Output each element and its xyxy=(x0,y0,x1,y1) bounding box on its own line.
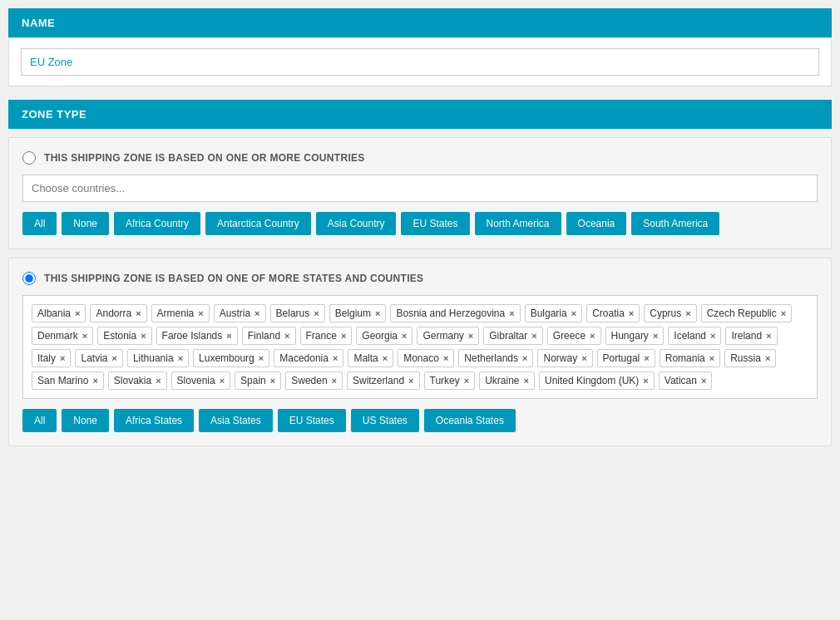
page-wrapper: NAME ZONE TYPE THIS SHIPPING ZONE IS BAS… xyxy=(8,8,832,446)
tag-close-icon[interactable]: × xyxy=(643,376,648,386)
tag-item: Norway × xyxy=(537,349,592,367)
states-btn-none[interactable]: None xyxy=(62,409,109,432)
tag-item: Sweden × xyxy=(285,372,343,390)
tag-close-icon[interactable]: × xyxy=(402,331,407,341)
tag-close-icon[interactable]: × xyxy=(284,331,289,341)
tag-close-icon[interactable]: × xyxy=(781,308,786,318)
tag-close-icon[interactable]: × xyxy=(590,331,595,341)
tag-close-icon[interactable]: × xyxy=(220,376,225,386)
tag-close-icon[interactable]: × xyxy=(198,308,203,318)
tag-close-icon[interactable]: × xyxy=(709,353,714,363)
states-panel-label: THIS SHIPPING ZONE IS BASED ON ONE OF MO… xyxy=(44,273,423,284)
tag-item: United Kingdom (UK) × xyxy=(539,372,655,390)
name-input[interactable] xyxy=(21,48,819,76)
tag-item: Andorra × xyxy=(90,304,146,322)
tag-close-icon[interactable]: × xyxy=(522,353,527,363)
tag-close-icon[interactable]: × xyxy=(644,353,649,363)
states-btn-eu-states[interactable]: EU States xyxy=(278,409,346,432)
tag-item: Slovenia × xyxy=(171,372,230,390)
countries-btn-oceania[interactable]: Oceania xyxy=(566,212,627,235)
tag-close-icon[interactable]: × xyxy=(270,376,275,386)
tag-close-icon[interactable]: × xyxy=(710,331,715,341)
states-radio-label[interactable]: THIS SHIPPING ZONE IS BASED ON ONE OF MO… xyxy=(22,272,818,285)
tag-item: Luxembourg × xyxy=(193,349,269,367)
tag-item: Lithuania × xyxy=(127,349,189,367)
tag-item: Turkey × xyxy=(424,372,476,390)
states-btn-oceania-states[interactable]: Oceania States xyxy=(424,409,516,432)
tag-item: Ukraine × xyxy=(479,372,535,390)
countries-btn-none[interactable]: None xyxy=(62,212,109,235)
states-btn-us-states[interactable]: US States xyxy=(351,409,419,432)
tag-close-icon[interactable]: × xyxy=(75,308,80,318)
countries-btn-antarctica-country[interactable]: Antarctica Country xyxy=(205,212,311,235)
tag-close-icon[interactable]: × xyxy=(136,308,141,318)
countries-btn-all[interactable]: All xyxy=(22,212,57,235)
tag-close-icon[interactable]: × xyxy=(333,353,338,363)
tag-item: Netherlands × xyxy=(458,349,533,367)
tag-close-icon[interactable]: × xyxy=(141,331,146,341)
countries-radio[interactable] xyxy=(22,151,36,165)
tag-item: Denmark × xyxy=(32,327,93,345)
tag-close-icon[interactable]: × xyxy=(259,353,264,363)
countries-btn-eu-states[interactable]: EU States xyxy=(401,212,469,235)
tag-close-icon[interactable]: × xyxy=(60,353,65,363)
tag-item: Croatia × xyxy=(586,304,640,322)
tag-close-icon[interactable]: × xyxy=(524,376,529,386)
tag-close-icon[interactable]: × xyxy=(92,376,97,386)
tag-item: San Marino × xyxy=(32,372,104,390)
tag-close-icon[interactable]: × xyxy=(254,308,259,318)
states-btn-asia-states[interactable]: Asia States xyxy=(199,409,273,432)
tag-item: Georgia × xyxy=(356,327,413,345)
tag-close-icon[interactable]: × xyxy=(443,353,448,363)
tag-item: Latvia × xyxy=(75,349,122,367)
tag-item: Spain × xyxy=(235,372,281,390)
states-radio[interactable] xyxy=(22,272,36,285)
tag-close-icon[interactable]: × xyxy=(156,376,161,386)
tag-close-icon[interactable]: × xyxy=(314,308,319,318)
tag-close-icon[interactable]: × xyxy=(464,376,469,386)
tag-close-icon[interactable]: × xyxy=(509,308,514,318)
tag-item: Belarus × xyxy=(270,304,325,322)
states-panel: THIS SHIPPING ZONE IS BASED ON ONE OF MO… xyxy=(8,258,832,446)
states-btn-africa-states[interactable]: Africa States xyxy=(114,409,194,432)
tag-close-icon[interactable]: × xyxy=(531,331,536,341)
tag-item: Slovakia × xyxy=(108,372,167,390)
tag-close-icon[interactable]: × xyxy=(581,353,586,363)
countries-btn-north-america[interactable]: North America xyxy=(475,212,561,235)
tag-close-icon[interactable]: × xyxy=(765,353,770,363)
tag-item: Bulgaria × xyxy=(525,304,582,322)
countries-search-input[interactable] xyxy=(22,175,818,202)
tag-item: France × xyxy=(300,327,353,345)
tag-item: Armenia × xyxy=(151,304,210,322)
countries-btn-south-america[interactable]: South America xyxy=(631,212,719,235)
tag-close-icon[interactable]: × xyxy=(375,308,380,318)
states-btn-all[interactable]: All xyxy=(22,409,57,432)
tag-close-icon[interactable]: × xyxy=(341,331,346,341)
tag-close-icon[interactable]: × xyxy=(178,353,183,363)
tag-item: Romania × xyxy=(660,349,720,367)
tag-close-icon[interactable]: × xyxy=(111,353,116,363)
states-tags-container: Albania ×Andorra ×Armenia ×Austria ×Bela… xyxy=(22,295,818,399)
tag-close-icon[interactable]: × xyxy=(766,331,771,341)
tag-item: Germany × xyxy=(417,327,479,345)
tag-close-icon[interactable]: × xyxy=(701,376,706,386)
tag-close-icon[interactable]: × xyxy=(468,331,473,341)
tag-close-icon[interactable]: × xyxy=(408,376,413,386)
tag-close-icon[interactable]: × xyxy=(226,331,231,341)
countries-panel: THIS SHIPPING ZONE IS BASED ON ONE OR MO… xyxy=(8,137,832,249)
countries-btn-asia-country[interactable]: Asia Country xyxy=(316,212,397,235)
tag-item: Iceland × xyxy=(668,327,721,345)
countries-btn-africa-country[interactable]: Africa Country xyxy=(114,212,200,235)
tag-close-icon[interactable]: × xyxy=(685,308,690,318)
tag-item: Vatican × xyxy=(659,372,713,390)
tag-close-icon[interactable]: × xyxy=(629,308,634,318)
tag-item: Faroe Islands × xyxy=(156,327,238,345)
countries-radio-label[interactable]: THIS SHIPPING ZONE IS BASED ON ONE OR MO… xyxy=(22,151,818,165)
tag-item: Ireland × xyxy=(725,327,777,345)
tag-close-icon[interactable]: × xyxy=(571,308,576,318)
tag-close-icon[interactable]: × xyxy=(332,376,337,386)
tag-close-icon[interactable]: × xyxy=(82,331,87,341)
tag-close-icon[interactable]: × xyxy=(653,331,658,341)
tag-close-icon[interactable]: × xyxy=(383,353,388,363)
tag-item: Macedonia × xyxy=(274,349,343,367)
